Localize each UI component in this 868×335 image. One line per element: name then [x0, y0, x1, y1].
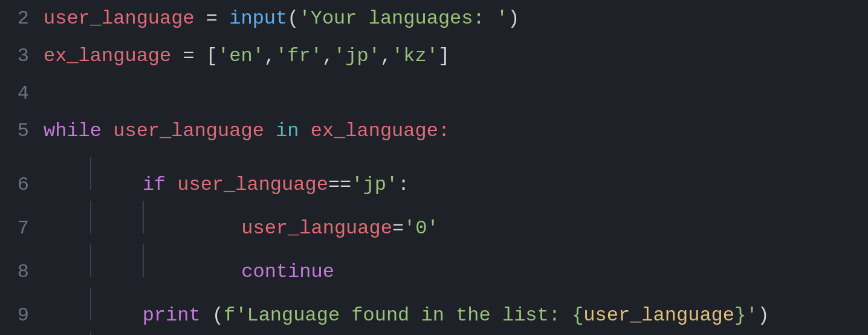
- token: [96, 261, 143, 283]
- token: '0': [404, 217, 439, 239]
- token: user_language: [241, 217, 392, 239]
- token: [149, 217, 242, 239]
- token: ,: [322, 45, 334, 67]
- line-number-7: 7: [0, 217, 44, 239]
- line-content-8: continue: [44, 244, 334, 283]
- line-content-6: if user_language=='jp':: [44, 157, 409, 196]
- line-number-5: 5: [0, 120, 44, 142]
- token: [: [206, 45, 218, 67]
- token: =: [392, 217, 404, 239]
- token: input: [229, 7, 287, 30]
- token: [149, 261, 242, 283]
- token: if: [143, 174, 166, 196]
- indent-guide: [90, 201, 91, 233]
- token: 'en': [218, 45, 264, 67]
- code-line-8: 8 continue: [0, 242, 868, 285]
- token: [96, 304, 143, 327]
- code-line-5: 5 while user_language in ex_language:: [0, 117, 868, 155]
- line-number-8: 8: [0, 261, 44, 283]
- token: ]: [438, 45, 450, 67]
- token: (: [201, 304, 224, 327]
- line-content-9: print (f'Language found in the list: {us…: [44, 288, 769, 327]
- token: ,: [264, 45, 276, 67]
- code-line-10: 10 break: [0, 329, 868, 335]
- token: =: [183, 45, 206, 67]
- token: in: [276, 120, 299, 142]
- indent-guide-2: [143, 244, 144, 277]
- token: 'kz': [392, 45, 438, 67]
- token: [96, 174, 143, 196]
- indent-guide: [90, 157, 91, 190]
- line-number-6: 6: [0, 174, 44, 196]
- token: print: [143, 304, 201, 327]
- code-line-6: 6 if user_language=='jp':: [0, 155, 868, 198]
- line-number-3: 3: [0, 45, 44, 67]
- token: ): [508, 7, 519, 30]
- code-line-4: 4: [0, 80, 868, 117]
- code-line-3: 3 ex_language = ['en','fr','jp','kz']: [0, 42, 868, 80]
- token: user_language: [102, 120, 276, 142]
- token: user_language: [44, 7, 206, 30]
- line-content-2: user_language = input('Your languages: '…: [44, 7, 519, 30]
- token: 'fr': [276, 45, 322, 67]
- line-content-10: break: [44, 331, 201, 335]
- token: [44, 174, 90, 196]
- token: user_language: [166, 174, 328, 196]
- token: ex_language:: [299, 120, 450, 142]
- token: ==: [328, 174, 351, 196]
- line-number-2: 2: [0, 7, 44, 30]
- code-line-7: 7 user_language='0': [0, 198, 868, 242]
- line-number-4: 4: [0, 82, 44, 105]
- token: ): [757, 304, 769, 327]
- token: 'jp': [334, 45, 380, 67]
- token: [44, 217, 90, 239]
- token: while: [44, 120, 102, 142]
- line-number-9: 9: [0, 304, 44, 327]
- token: =: [206, 7, 229, 30]
- token: ex_language: [44, 45, 183, 67]
- line-content-5: while user_language in ex_language:: [44, 120, 450, 142]
- token: user_language: [583, 304, 734, 327]
- token: 'Your languages: ': [299, 7, 508, 30]
- indent-guide: [90, 331, 91, 335]
- token: ,: [380, 45, 392, 67]
- indent-guide: [90, 244, 91, 277]
- indent-guide-2: [143, 201, 144, 233]
- line-content-7: user_language='0': [44, 201, 439, 239]
- token: 'jp': [351, 174, 398, 196]
- line-content-3: ex_language = ['en','fr','jp','kz']: [44, 45, 450, 67]
- code-editor: 2 user_language = input('Your languages:…: [0, 0, 868, 335]
- token: }': [734, 304, 757, 327]
- code-line-9: 9 print (f'Language found in the list: {…: [0, 285, 868, 329]
- token: [96, 217, 143, 239]
- token: f'Language found in the list: {: [224, 304, 583, 327]
- token: [44, 304, 90, 327]
- token: (: [287, 7, 299, 30]
- token: continue: [241, 261, 334, 283]
- token: :: [398, 174, 409, 196]
- code-line-2: 2 user_language = input('Your languages:…: [0, 5, 868, 42]
- indent-guide: [90, 288, 91, 320]
- token: [44, 261, 90, 283]
